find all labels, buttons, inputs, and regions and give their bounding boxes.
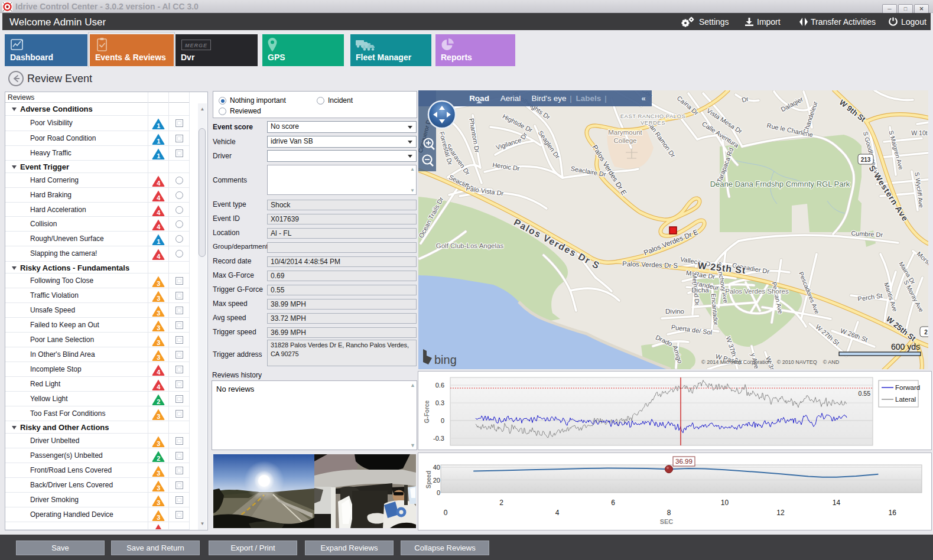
svg-text:600 yds: 600 yds [891, 342, 920, 351]
svg-text:«: « [641, 94, 645, 103]
svg-text:Golf Club-Los Angelas: Golf Club-Los Angelas [436, 242, 504, 249]
svg-text:W 10t: W 10t [911, 129, 928, 136]
svg-text:College: College [614, 137, 637, 144]
svg-text:SEC: SEC [660, 518, 674, 525]
svg-text:Marymount: Marymount [608, 129, 642, 136]
svg-text:-0.3: -0.3 [433, 435, 444, 442]
svg-text:3: 3 [157, 295, 160, 302]
svg-text:3: 3 [157, 324, 160, 331]
svg-text:0.3: 0.3 [435, 399, 444, 406]
svg-text:3: 3 [157, 310, 160, 317]
svg-text:0: 0 [441, 417, 444, 424]
svg-text:Aerial: Aerial [500, 94, 521, 103]
svg-text:EAST RANCHO PALOS: EAST RANCHO PALOS [620, 113, 686, 119]
svg-text:2: 2 [499, 499, 503, 507]
svg-text:Divino: Divino [665, 308, 684, 315]
svg-text:G-Force: G-Force [424, 400, 430, 423]
svg-text:20: 20 [433, 477, 440, 484]
svg-text:VERDES: VERDES [641, 119, 665, 126]
svg-text:Palos Verdes Shores: Palos Verdes Shores [725, 288, 789, 295]
svg-text:4: 4 [157, 194, 161, 201]
svg-text:MERGE: MERGE [185, 43, 207, 48]
svg-text:10: 10 [721, 499, 729, 507]
svg-text:14: 14 [833, 499, 841, 507]
svg-text:2: 2 [157, 398, 160, 405]
svg-text:4: 4 [157, 223, 161, 230]
svg-text:12: 12 [776, 509, 785, 517]
svg-text:1: 1 [157, 152, 160, 159]
svg-text:1: 1 [157, 238, 160, 245]
svg-text:2: 2 [157, 455, 160, 462]
svg-text:3: 3 [157, 470, 160, 477]
svg-text:36.99: 36.99 [675, 458, 693, 465]
svg-text:|: | [604, 94, 606, 103]
svg-text:3: 3 [157, 339, 160, 346]
svg-text:4: 4 [157, 253, 161, 260]
svg-text:3: 3 [157, 280, 160, 287]
svg-text:16: 16 [889, 509, 897, 517]
svg-text:0: 0 [437, 489, 440, 496]
svg-text:Dicha: Dicha [691, 286, 709, 294]
svg-text:0.55: 0.55 [859, 390, 871, 397]
svg-text:213: 213 [861, 157, 871, 163]
svg-text:Lateral: Lateral [895, 396, 916, 403]
svg-text:4: 4 [157, 383, 161, 390]
svg-text:Forward: Forward [895, 384, 920, 391]
svg-text:© 2014 Microsoft Corporation: © 2014 Microsoft Corporation © 2010 NAVT… [701, 359, 840, 365]
svg-text:4: 4 [157, 209, 161, 216]
svg-text:1: 1 [157, 122, 160, 129]
svg-text:1: 1 [157, 138, 160, 145]
svg-text:4: 4 [157, 369, 161, 376]
svg-text:bing: bing [434, 353, 457, 366]
svg-text:3: 3 [157, 354, 160, 361]
svg-text:6: 6 [611, 499, 615, 507]
svg-text:40: 40 [433, 464, 440, 471]
svg-text:0: 0 [444, 509, 448, 517]
svg-text:4: 4 [157, 180, 161, 187]
svg-text:Bird's eye: Bird's eye [532, 94, 567, 103]
svg-text:3: 3 [157, 484, 160, 491]
svg-text:8: 8 [667, 509, 671, 517]
svg-text:3: 3 [157, 514, 160, 521]
svg-text:Labels: Labels [576, 94, 602, 103]
svg-text:0.6: 0.6 [435, 382, 444, 389]
svg-text:3: 3 [157, 413, 160, 420]
svg-text:Speed: Speed [425, 471, 432, 489]
svg-text:4: 4 [555, 509, 560, 517]
svg-text:|: | [570, 94, 571, 103]
svg-text:3: 3 [157, 499, 160, 506]
svg-text:Deane Dana Frndshp Cmmnty RGL: Deane Dana Frndshp Cmmnty RGL Park [710, 180, 850, 188]
svg-text:2: 2 [924, 329, 928, 336]
svg-text:3: 3 [157, 440, 160, 447]
